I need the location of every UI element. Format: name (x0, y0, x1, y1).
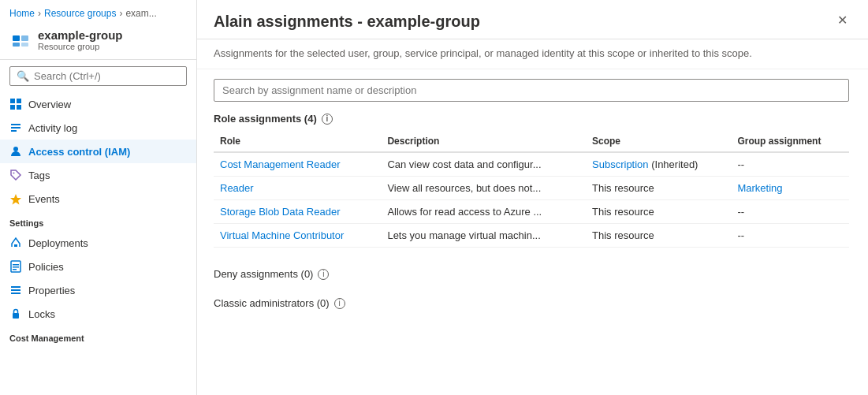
panel-header: Alain assignments - example-group ✕ (197, 0, 868, 39)
role-link[interactable]: Reader (220, 182, 254, 194)
svg-rect-14 (14, 244, 17, 247)
cell-group-assignment: Marketing (731, 177, 849, 200)
table-row: Storage Blob Data ReaderAllows for read … (214, 200, 849, 224)
locks-icon (9, 307, 22, 320)
sidebar-item-tags[interactable]: Tags (0, 163, 196, 187)
col-scope: Scope (586, 131, 731, 152)
group-link[interactable]: Marketing (737, 182, 782, 194)
role-assignments-table: Role Description Scope Group assignment … (214, 131, 849, 248)
main-area: Alain assignments - example-group ✕ Assi… (197, 0, 868, 395)
overview-icon (9, 98, 22, 110)
panel-body: Role assignments (4) i Role Description … (197, 69, 868, 395)
cell-description: Allows for read access to Azure ... (381, 200, 586, 224)
svg-rect-22 (13, 313, 19, 319)
classic-admins-label: Classic administrators (0) i (214, 297, 849, 309)
svg-rect-1 (21, 35, 28, 41)
col-group-assignment: Group assignment (731, 131, 849, 152)
sidebar-item-policies[interactable]: Policies (0, 255, 196, 278)
cell-role: Reader (214, 177, 381, 200)
svg-rect-5 (17, 99, 21, 103)
cell-group-assignment: -- (731, 152, 849, 177)
role-assignments-label: Role assignments (4) (214, 113, 317, 125)
sidebar-item-activity-log[interactable]: Activity log (0, 116, 196, 140)
cell-group-assignment: -- (731, 224, 849, 248)
breadcrumb: Home › Resource groups › exam... (0, 0, 196, 24)
sidebar-item-access-control[interactable]: Access control (IAM) (0, 140, 196, 163)
svg-rect-6 (10, 105, 15, 110)
events-icon (9, 192, 22, 205)
panel-title: Alain assignments - example-group (214, 13, 480, 31)
svg-rect-0 (13, 35, 20, 41)
deny-assignments-label: Deny assignments (0) i (214, 268, 849, 280)
resource-title: example-group (38, 28, 123, 42)
svg-rect-17 (13, 266, 19, 268)
breadcrumb-home[interactable]: Home (9, 8, 35, 19)
cell-description: View all resources, but does not... (381, 177, 586, 200)
resource-header: example-group Resource group (0, 24, 196, 60)
cell-role: Cost Management Reader (214, 152, 381, 177)
svg-rect-21 (11, 293, 20, 294)
cell-role: Storage Blob Data Reader (214, 200, 381, 224)
policies-icon (9, 260, 22, 273)
role-assignments-info-icon[interactable]: i (322, 114, 333, 125)
sidebar-nav: Overview Activity log Access control (IA… (0, 92, 196, 346)
cell-role: Virtual Machine Contributor (214, 224, 381, 248)
deny-assignments-info-icon[interactable]: i (318, 269, 329, 280)
panel-subtitle: Assignments for the selected user, group… (197, 39, 868, 69)
svg-rect-10 (11, 130, 17, 132)
svg-rect-16 (13, 264, 19, 266)
sidebar-item-deployments[interactable]: Deployments (0, 231, 196, 255)
deny-assignments-section: Deny assignments (0) i (214, 260, 849, 280)
sidebar-item-events[interactable]: Events (0, 187, 196, 211)
resource-info: example-group Resource group (38, 28, 123, 51)
svg-rect-20 (11, 289, 20, 291)
assignments-panel: Alain assignments - example-group ✕ Assi… (197, 0, 868, 395)
col-description: Description (381, 131, 586, 152)
classic-admins-section: Classic administrators (0) i (214, 289, 849, 309)
svg-point-11 (13, 147, 18, 151)
deployments-icon (9, 237, 22, 249)
svg-rect-19 (11, 286, 20, 288)
table-row: Virtual Machine ContributorLets you mana… (214, 224, 849, 248)
sidebar-item-properties-label: Properties (28, 285, 75, 296)
role-link[interactable]: Virtual Machine Contributor (220, 229, 344, 241)
close-button[interactable]: ✕ (836, 13, 849, 28)
svg-marker-13 (10, 194, 21, 205)
svg-rect-2 (13, 43, 20, 47)
cell-description: Can view cost data and configur... (381, 152, 586, 177)
svg-rect-9 (11, 127, 20, 129)
cost-management-section-label: Cost Management (0, 326, 196, 346)
sidebar-item-access-control-label: Access control (IAM) (28, 146, 130, 158)
resource-group-icon (9, 29, 32, 51)
assignment-search-input[interactable] (214, 79, 849, 102)
resource-subtitle: Resource group (38, 42, 123, 51)
svg-rect-7 (17, 105, 21, 110)
svg-rect-4 (10, 99, 15, 103)
svg-rect-18 (13, 269, 17, 270)
cell-group-assignment: -- (731, 200, 849, 224)
scope-link[interactable]: Subscription (592, 158, 649, 170)
cell-scope: This resource (586, 200, 731, 224)
role-assignments-section: Role assignments (4) i (214, 113, 849, 125)
sidebar-item-locks[interactable]: Locks (0, 302, 196, 326)
sidebar-item-events-label: Events (28, 193, 60, 205)
svg-rect-8 (11, 124, 20, 125)
role-link[interactable]: Storage Blob Data Reader (220, 206, 340, 218)
cell-scope: This resource (586, 224, 731, 248)
classic-admins-info-icon[interactable]: i (334, 298, 345, 309)
sidebar-item-properties[interactable]: Properties (0, 278, 196, 302)
breadcrumb-resource-groups[interactable]: Resource groups (44, 8, 116, 19)
sidebar: Home › Resource groups › exam... example… (0, 0, 197, 395)
table-row: Cost Management ReaderCan view cost data… (214, 152, 849, 177)
tags-icon (9, 169, 22, 181)
sidebar-item-overview[interactable]: Overview (0, 92, 196, 116)
sidebar-search-input[interactable] (34, 70, 180, 82)
settings-section-label: Settings (0, 211, 196, 231)
sidebar-search-box[interactable]: 🔍 (9, 66, 187, 86)
svg-point-12 (13, 173, 15, 174)
svg-rect-3 (21, 43, 28, 47)
cell-scope: This resource (586, 177, 731, 200)
sidebar-item-policies-label: Policies (28, 261, 64, 273)
cell-scope: Subscription (Inherited) (586, 152, 731, 177)
role-link[interactable]: Cost Management Reader (220, 158, 340, 170)
